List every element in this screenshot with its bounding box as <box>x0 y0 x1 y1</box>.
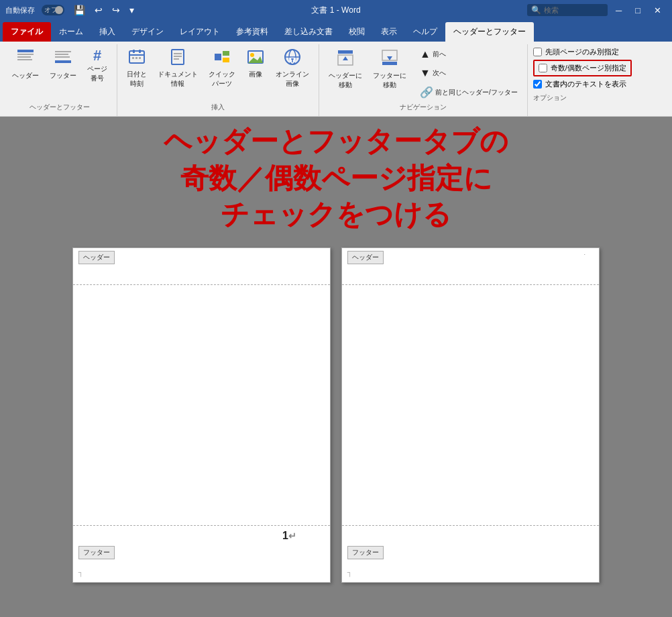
nav-buttons: ▲ 前へ ▼ 次へ 🔗 前と同じヘッダー/フッター <box>416 46 522 101</box>
odd-even-label: 奇数/偶数ページ別指定 <box>551 63 626 73</box>
group-navigation: ヘッダーに移動 フッターに移動 ▲ 前へ <box>319 44 528 116</box>
customize-icon[interactable]: ▾ <box>127 3 137 17</box>
tab-insert[interactable]: 挿入 <box>91 22 123 42</box>
ribbon-content: ヘッダー フッター # ページ番号 ヘッダーとフッター <box>0 42 672 117</box>
svg-marker-33 <box>343 56 348 60</box>
svg-rect-4 <box>55 51 71 52</box>
header-dot: · <box>583 251 585 258</box>
toggle-knob <box>55 6 63 14</box>
doc-info-icon <box>169 48 186 68</box>
page-number-label: ページ番号 <box>87 64 107 83</box>
window-title: 文書 1 - Word <box>226 5 447 16</box>
svg-rect-11 <box>129 54 144 56</box>
header-button[interactable]: ヘッダー <box>8 46 43 83</box>
goto-footer-button[interactable]: フッターに移動 <box>369 46 410 93</box>
page-1-footer[interactable]: フッター 1↵ <box>73 525 330 562</box>
tab-design[interactable]: デザイン <box>123 22 172 42</box>
search-icon: 🔍 <box>531 5 541 15</box>
search-input[interactable] <box>544 6 598 14</box>
close-button[interactable]: ✕ <box>649 4 667 17</box>
quick-parts-button[interactable]: クイックパーツ <box>205 46 239 91</box>
header-icon <box>16 48 35 70</box>
doc-info-button[interactable]: ドキュメント情報 <box>154 46 202 91</box>
page-1-header-label: ヘッダー <box>78 251 115 264</box>
show-text-checkbox[interactable] <box>533 80 542 89</box>
date-time-button[interactable]: 日付と時刻 <box>123 46 151 91</box>
tab-mailings[interactable]: 差し込み文書 <box>276 22 341 42</box>
autosave-label: 自動保存 <box>5 5 35 15</box>
page-1: ヘッダー フッター 1↵ ┐ <box>72 247 331 583</box>
header-label: ヘッダー <box>12 71 39 80</box>
instruction-line3: チェックをつける <box>0 197 672 233</box>
goto-footer-icon <box>380 48 399 70</box>
group-header-footer: ヘッダー フッター # ページ番号 ヘッダーとフッター <box>3 44 117 116</box>
svg-rect-2 <box>17 56 31 58</box>
svg-rect-10 <box>139 50 141 53</box>
same-header-button[interactable]: 🔗 前と同じヘッダー/フッター <box>416 83 522 101</box>
first-page-checkbox[interactable] <box>533 48 542 56</box>
show-text-label: 文書内のテキストを表示 <box>545 79 626 89</box>
svg-rect-20 <box>223 51 229 56</box>
search-box[interactable]: 🔍 <box>527 4 608 16</box>
tab-file[interactable]: ファイル <box>3 22 51 42</box>
image-label: 画像 <box>249 70 262 79</box>
same-header-label: 前と同じヘッダー/フッター <box>435 88 518 97</box>
tab-review[interactable]: 校閲 <box>341 22 373 42</box>
option-odd-even[interactable]: 奇数/偶数ページ別指定 <box>533 60 632 76</box>
instruction-line1: ヘッダーとフッタータブの <box>0 123 672 160</box>
instruction-line2: 奇数／偶数ページ指定に <box>0 160 672 197</box>
tab-header-footer[interactable]: ヘッダーとフッター <box>445 22 534 42</box>
online-image-label: オンライン画像 <box>276 70 309 89</box>
next-icon: ▼ <box>420 67 431 79</box>
same-header-icon: 🔗 <box>420 86 433 99</box>
goto-header-label: ヘッダーに移動 <box>329 71 362 90</box>
redo-icon[interactable]: ↪ <box>109 3 123 17</box>
tab-references[interactable]: 参考資料 <box>228 22 276 42</box>
svg-rect-12 <box>132 57 134 59</box>
page-2: ヘッダー · フッター ┐ <box>341 247 600 583</box>
svg-rect-19 <box>215 54 221 60</box>
tab-layout[interactable]: レイアウト <box>172 22 228 42</box>
save-icon[interactable]: 💾 <box>71 3 88 17</box>
page-2-body <box>342 285 599 525</box>
page-2-header-label: ヘッダー <box>347 251 384 264</box>
tab-help[interactable]: ヘルプ <box>405 22 445 42</box>
goto-header-button[interactable]: ヘッダーに移動 <box>325 46 366 93</box>
page-2-footer[interactable]: フッター <box>342 525 599 562</box>
quick-parts-label: クイックパーツ <box>209 70 235 89</box>
next-button[interactable]: ▼ 次へ <box>416 64 522 82</box>
odd-even-checkbox[interactable] <box>539 64 547 72</box>
autosave-toggle[interactable]: オフ <box>42 5 64 15</box>
page-1-bottom: ┐ <box>73 562 330 582</box>
tab-view[interactable]: 表示 <box>373 22 405 42</box>
next-label: 次へ <box>433 68 446 78</box>
online-image-icon <box>284 48 301 68</box>
image-button[interactable]: 画像 <box>242 46 269 82</box>
svg-rect-21 <box>223 58 229 62</box>
page-2-header[interactable]: ヘッダー · <box>342 248 599 285</box>
svg-rect-7 <box>55 60 71 63</box>
prev-button[interactable]: ▲ 前へ <box>416 46 522 63</box>
minimize-button[interactable]: ─ <box>610 4 627 17</box>
tab-home[interactable]: ホーム <box>51 22 91 42</box>
group-insert: 日付と時刻 ドキュメント情報 <box>117 44 319 116</box>
option-show-text[interactable]: 文書内のテキストを表示 <box>533 79 626 89</box>
svg-rect-3 <box>17 59 32 60</box>
option-first-page[interactable]: 先頭ページのみ別指定 <box>533 47 619 57</box>
goto-header-icon <box>336 48 355 70</box>
svg-rect-9 <box>133 50 135 53</box>
footer-button[interactable]: フッター <box>46 46 80 83</box>
image-icon <box>247 48 264 68</box>
page-1-body <box>73 285 330 525</box>
page-1-header[interactable]: ヘッダー <box>73 248 330 285</box>
doc-info-label: ドキュメント情報 <box>158 70 198 89</box>
page-number-button[interactable]: # ページ番号 <box>83 46 111 86</box>
date-time-label: 日付と時刻 <box>127 70 147 89</box>
main-area: ヘッダーとフッタータブの 奇数／偶数ページ指定に チェックをつける ヘッダー フ… <box>0 117 672 617</box>
page-1-corner: ┐ <box>78 568 84 576</box>
svg-marker-36 <box>387 56 392 60</box>
undo-icon[interactable]: ↩ <box>92 3 105 17</box>
svg-rect-18 <box>174 58 179 60</box>
maximize-button[interactable]: □ <box>630 4 646 17</box>
online-image-button[interactable]: オンライン画像 <box>272 46 313 91</box>
